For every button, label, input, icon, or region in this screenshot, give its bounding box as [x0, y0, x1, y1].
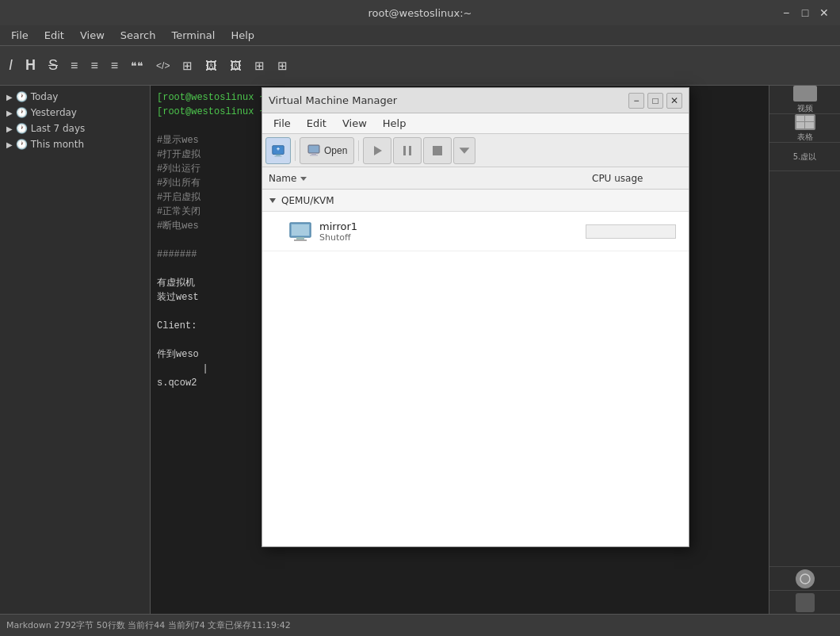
- menu-view[interactable]: View: [72, 28, 113, 43]
- pause-button[interactable]: [393, 137, 422, 164]
- sidebar-label-today: Today: [31, 91, 59, 102]
- right-panel-video: 视频: [769, 86, 840, 114]
- chevron-down-icon: [457, 144, 472, 158]
- vm-info-mirror1: mirror1 Shutoff: [319, 220, 586, 243]
- dialog-maximize-button[interactable]: □: [647, 93, 663, 109]
- list-task-button[interactable]: ≡: [105, 52, 124, 80]
- dialog-toolbar: Open: [262, 134, 689, 167]
- sidebar-item-month[interactable]: ▶ 🕐 This month: [0, 136, 150, 152]
- vm-group-qemu[interactable]: QEMU/KVM: [262, 190, 689, 212]
- svg-marker-14: [300, 177, 307, 181]
- dropdown-button[interactable]: [453, 137, 475, 164]
- sidebar: ▶ 🕐 Today ▶ 🕐 Yesterday ▶ 🕐 Last 7 days …: [0, 86, 151, 614]
- lock-button[interactable]: ⊞: [272, 52, 293, 80]
- status-text: Markdown 2792字节 50行数 当前行44 当前列74 文章已保存11…: [6, 619, 291, 631]
- clock-icon-today: 🕐: [16, 91, 28, 102]
- vm-manager-dialog[interactable]: Virtual Machine Manager − □ ✕ File Edit …: [262, 87, 689, 547]
- sidebar-item-last7[interactable]: ▶ 🕐 Last 7 days: [0, 121, 150, 136]
- vm-status-label: Shutoff: [319, 232, 586, 243]
- vm-icon-mirror1: [288, 219, 313, 244]
- vm-machine-icon: [288, 220, 312, 243]
- col-cpu-label: CPU usage: [592, 173, 643, 184]
- svg-marker-13: [460, 148, 470, 154]
- svg-rect-3: [275, 155, 282, 156]
- menu-help[interactable]: Help: [223, 28, 262, 43]
- title-bar: root@westoslinux:~ − □ ✕: [0, 0, 840, 25]
- dialog-close-button[interactable]: ✕: [666, 93, 682, 109]
- dialog-menu-view[interactable]: View: [334, 116, 375, 131]
- svg-point-0: [800, 574, 810, 584]
- vm-row-mirror1[interactable]: mirror1 Shutoff: [262, 212, 689, 251]
- dialog-menu-help[interactable]: Help: [375, 116, 414, 131]
- vm-table-header: Name CPU usage: [262, 167, 689, 190]
- sidebar-arrow-month: ▶: [6, 140, 13, 149]
- sidebar-label-month: This month: [31, 139, 84, 150]
- svg-rect-17: [292, 224, 309, 236]
- sidebar-label-yesterday: Yesterday: [31, 107, 77, 118]
- svg-rect-6: [308, 145, 319, 153]
- list-bullet-button[interactable]: ≡: [65, 52, 83, 80]
- toolbar-separator-1: [295, 140, 296, 161]
- sidebar-arrow-last7: ▶: [6, 125, 13, 133]
- maximize-button[interactable]: □: [799, 6, 811, 19]
- sidebar-item-today[interactable]: ▶ 🕐 Today: [0, 89, 150, 105]
- window-title: root@westoslinux:~: [368, 7, 472, 19]
- code-button[interactable]: </>: [151, 52, 175, 80]
- dialog-menubar: File Edit View Help: [262, 113, 689, 134]
- status-bar: Markdown 2792字节 50行数 当前行44 当前列74 文章已保存11…: [0, 614, 840, 636]
- new-vm-icon: [271, 144, 285, 158]
- menu-search[interactable]: Search: [113, 28, 164, 43]
- clock-icon-last7: 🕐: [16, 123, 28, 134]
- sidebar-item-yesterday[interactable]: ▶ 🕐 Yesterday: [0, 105, 150, 121]
- svg-rect-10: [403, 146, 406, 155]
- clock-icon-month: 🕐: [16, 139, 28, 150]
- group-name: QEMU/KVM: [281, 195, 334, 206]
- table-button[interactable]: ⊞: [177, 52, 198, 80]
- dialog-menu-file[interactable]: File: [265, 116, 299, 131]
- close-button[interactable]: ✕: [818, 6, 830, 19]
- grid-button[interactable]: ⊞: [249, 52, 270, 80]
- sort-icon: [300, 174, 307, 182]
- vm-cpu-usage-bar: [586, 224, 676, 239]
- svg-marker-15: [269, 198, 276, 203]
- svg-rect-12: [433, 146, 442, 155]
- svg-rect-8: [310, 155, 318, 156]
- new-vm-button[interactable]: [265, 137, 291, 164]
- dialog-menu-edit[interactable]: Edit: [299, 116, 334, 131]
- image-button[interactable]: 🖼: [200, 52, 223, 80]
- open-label: Open: [324, 145, 347, 156]
- menu-edit[interactable]: Edit: [36, 28, 72, 43]
- minimize-button[interactable]: −: [780, 6, 792, 19]
- pause-icon: [400, 144, 414, 158]
- stop-icon: [430, 144, 445, 158]
- svg-marker-9: [374, 146, 382, 155]
- col-name-label: Name: [269, 173, 296, 184]
- format-heading-button[interactable]: H: [20, 52, 41, 80]
- dialog-title: Virtual Machine Manager: [269, 94, 397, 106]
- toolbar-separator-2: [358, 140, 359, 161]
- dialog-minimize-button[interactable]: −: [628, 93, 644, 109]
- group-expand-icon: [269, 197, 277, 205]
- menu-bar: File Edit View Search Terminal Help: [0, 25, 840, 46]
- right-panel-table: 表格: [769, 114, 840, 143]
- stop-button[interactable]: [423, 137, 452, 164]
- format-italic-button[interactable]: I: [3, 52, 18, 80]
- menu-terminal[interactable]: Terminal: [163, 28, 223, 43]
- quote-button[interactable]: ❝❝: [125, 52, 149, 80]
- dialog-title-controls: − □ ✕: [628, 93, 682, 109]
- dialog-titlebar: Virtual Machine Manager − □ ✕: [262, 88, 689, 113]
- col-cpu: CPU usage: [586, 173, 689, 184]
- vm-name-label: mirror1: [319, 220, 586, 232]
- format-strikethrough-button[interactable]: S: [43, 52, 63, 80]
- play-button[interactable]: [363, 137, 391, 164]
- title-bar-controls: − □ ✕: [780, 6, 830, 19]
- col-name[interactable]: Name: [262, 173, 586, 184]
- play-icon: [370, 144, 384, 158]
- menu-file[interactable]: File: [3, 28, 36, 43]
- list-ordered-button[interactable]: ≡: [85, 52, 103, 80]
- image2-button[interactable]: 🖼: [224, 52, 247, 80]
- clock-icon-yesterday: 🕐: [16, 107, 28, 118]
- open-button[interactable]: Open: [300, 137, 354, 164]
- svg-rect-19: [294, 239, 307, 241]
- main-toolbar: I H S ≡ ≡ ≡ ❝❝ </> ⊞ 🖼 🖼 ⊞ ⊞: [0, 46, 840, 86]
